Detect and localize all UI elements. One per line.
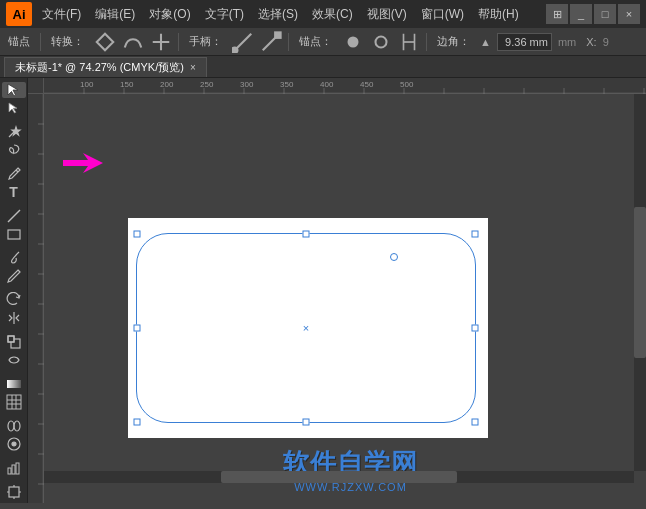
handle-btn[interactable]	[232, 31, 254, 53]
symbol-btn[interactable]	[2, 436, 26, 452]
svg-rect-30	[9, 487, 19, 497]
warp-icon	[6, 352, 22, 368]
graph-btn[interactable]	[2, 460, 26, 476]
menu-type[interactable]: 文字(T)	[199, 4, 250, 25]
anchor-show-btn[interactable]	[342, 31, 364, 53]
svg-text:300: 300	[240, 80, 254, 89]
svg-text:450: 450	[360, 80, 374, 89]
svg-point-5	[376, 36, 387, 47]
reflect-btn[interactable]	[2, 310, 26, 326]
convert-smooth-btn[interactable]	[122, 31, 144, 53]
menu-help[interactable]: 帮助(H)	[472, 4, 525, 25]
menu-effect[interactable]: 效果(C)	[306, 4, 359, 25]
svg-rect-17	[7, 380, 21, 388]
canvas-area[interactable]: 100 150 200 250 300 350 400 450 500	[28, 78, 646, 503]
toolbar-divider-4	[426, 33, 427, 51]
magic-wand-btn[interactable]	[2, 124, 26, 140]
tab-close-button[interactable]: ×	[190, 62, 196, 73]
svg-point-24	[14, 421, 20, 431]
pen-icon	[6, 166, 22, 182]
scale-icon	[6, 334, 22, 350]
scale-btn[interactable]	[2, 334, 26, 350]
main-area: T	[0, 78, 646, 503]
rect-btn[interactable]	[2, 226, 26, 242]
align-btn[interactable]	[398, 31, 420, 53]
menu-view[interactable]: 视图(V)	[361, 4, 413, 25]
line-btn[interactable]	[2, 208, 26, 224]
lasso-btn[interactable]	[2, 142, 26, 158]
mesh-icon	[6, 394, 22, 410]
svg-text:400: 400	[320, 80, 334, 89]
pen-btn[interactable]	[2, 166, 26, 182]
convert-sym-btn[interactable]	[150, 31, 172, 53]
line-icon	[6, 208, 22, 224]
pencil-icon	[6, 268, 22, 284]
artboard-btn[interactable]	[2, 484, 26, 500]
arrow-to-tool	[63, 153, 103, 173]
graph-icon	[6, 460, 22, 476]
gradient-btn[interactable]	[2, 376, 26, 392]
svg-text:350: 350	[280, 80, 294, 89]
pencil-btn[interactable]	[2, 268, 26, 284]
handle-top-center[interactable]	[303, 231, 310, 238]
handle-btn2[interactable]	[260, 31, 282, 53]
close-button[interactable]: ×	[618, 4, 640, 24]
svg-rect-29	[16, 463, 19, 474]
svg-text:500: 500	[400, 80, 414, 89]
svg-text:150: 150	[120, 80, 134, 89]
left-toolbar: T	[0, 78, 28, 503]
tab-bar: 未标题-1* @ 74.27% (CMYK/预览) ×	[0, 56, 646, 78]
svg-line-11	[8, 210, 20, 222]
artboard-icon	[6, 484, 22, 500]
maximize-button[interactable]: □	[594, 4, 616, 24]
arrange-windows-button[interactable]: ⊞	[546, 4, 568, 24]
warp-btn[interactable]	[2, 352, 26, 368]
anchor2-label: 锚点：	[295, 34, 336, 49]
handle-label: 手柄：	[185, 34, 226, 49]
direct-selection-tool-btn[interactable]	[2, 100, 26, 116]
paintbrush-icon	[6, 250, 22, 266]
slice-btn[interactable]	[2, 502, 26, 503]
mesh-btn[interactable]	[2, 394, 26, 410]
menu-object[interactable]: 对象(O)	[143, 4, 196, 25]
rotate-btn[interactable]	[2, 292, 26, 308]
svg-rect-12	[8, 230, 20, 239]
anchor-hide-btn[interactable]	[370, 31, 392, 53]
svg-text:100: 100	[80, 80, 94, 89]
svg-rect-18	[7, 395, 21, 409]
svg-rect-28	[12, 465, 15, 474]
paintbrush-btn[interactable]	[2, 250, 26, 266]
menu-edit[interactable]: 编辑(E)	[89, 4, 141, 25]
selection-tool-icon	[6, 82, 22, 98]
document-tab[interactable]: 未标题-1* @ 74.27% (CMYK/预览) ×	[4, 57, 207, 77]
menu-window[interactable]: 窗口(W)	[415, 4, 470, 25]
selection-tool-btn[interactable]	[2, 82, 26, 98]
handle-mid-right[interactable]	[472, 325, 479, 332]
scrollbar-horizontal[interactable]	[44, 471, 634, 483]
edge-value-input[interactable]	[497, 33, 552, 51]
convert-label: 转换：	[47, 34, 88, 49]
menu-file[interactable]: 文件(F)	[36, 4, 87, 25]
handle-top-left[interactable]	[134, 231, 141, 238]
handle-bottom-center[interactable]	[303, 419, 310, 426]
handle-bottom-right[interactable]	[472, 419, 479, 426]
menu-bar: 文件(F) 编辑(E) 对象(O) 文字(T) 选择(S) 效果(C) 视图(V…	[36, 4, 542, 25]
menu-select[interactable]: 选择(S)	[252, 4, 304, 25]
convert-corner-btn[interactable]	[94, 31, 116, 53]
corner-radius-handle[interactable]	[390, 253, 398, 261]
type-btn[interactable]: T	[2, 184, 26, 200]
lasso-icon	[6, 142, 22, 158]
ruler-h-ticks: 100 150 200 250 300 350 400 450 500	[44, 78, 646, 94]
toolbar-divider-1	[40, 33, 41, 51]
anchor-label: 锚点	[4, 34, 34, 49]
control-toolbar: 锚点 转换： 手柄： 锚点： 边角： ▲ mm X: 9	[0, 28, 646, 56]
handle-top-right[interactable]	[472, 231, 479, 238]
handle-mid-left[interactable]	[134, 325, 141, 332]
blend-btn[interactable]	[2, 418, 26, 434]
minimize-button[interactable]: _	[570, 4, 592, 24]
scrollbar-vertical[interactable]	[634, 94, 646, 471]
ai-logo: Ai	[6, 2, 32, 26]
blend-icon	[6, 418, 22, 434]
handle-bottom-left[interactable]	[134, 419, 141, 426]
ruler-v-ticks	[28, 94, 44, 503]
